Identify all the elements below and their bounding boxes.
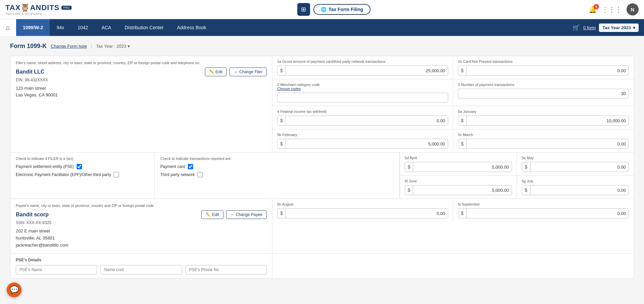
- field-5d-value[interactable]: [413, 163, 511, 172]
- pse-phone-input[interactable]: [185, 265, 267, 274]
- field-5i-value[interactable]: [467, 209, 629, 218]
- grid-square-button[interactable]: ⊞: [297, 3, 310, 16]
- pse-name-cont-input[interactable]: [100, 265, 182, 274]
- nav-label-1042: 1042: [78, 25, 88, 30]
- field-5e-input[interactable]: $: [522, 162, 629, 172]
- field-5a-label: 5a January: [458, 110, 629, 114]
- chat-bubble[interactable]: 💬: [7, 283, 22, 297]
- change-form-link[interactable]: Change Form type: [51, 44, 87, 49]
- filer-addr-line2: Las Vegas, CA 90001: [16, 92, 267, 98]
- nav-label-distribution-center: Distribution Center: [125, 25, 164, 30]
- payment-card-checkbox[interactable]: [188, 164, 193, 169]
- payee-edit-button[interactable]: ✏️ Edit: [201, 210, 223, 219]
- form-header: Form 1099-K Change Form type | Tax Year …: [10, 43, 634, 50]
- field-5e-value[interactable]: [530, 163, 629, 172]
- logo-area: TAX🦉ANDITS PRO Your 1099 & W2 Experts: [5, 3, 79, 15]
- dollar-sign-4: $: [277, 116, 286, 125]
- pencil-icon-payee: ✏️: [206, 212, 211, 217]
- change-filer-button[interactable]: ↔ Change Filer: [229, 68, 267, 76]
- field-5c-input[interactable]: $: [458, 139, 629, 149]
- field-5f-label: 5f June: [405, 179, 512, 183]
- tax-year-selector[interactable]: Tax Year 2023 ▾: [599, 24, 639, 32]
- form-row-pse: PSE's Details: [10, 254, 634, 278]
- header-right: 🔔 5 ⋮⋮⋮ N: [589, 3, 639, 15]
- field-3: 3 Number of payment transactions: [453, 79, 634, 106]
- field-3-value[interactable]: [458, 89, 629, 98]
- field-1a-input[interactable]: $: [277, 66, 448, 76]
- nav-item-address-book[interactable]: Address Book: [170, 19, 213, 36]
- field-1a: 1a Gross amount of payment card/third pa…: [272, 56, 453, 79]
- check-payment-card-item: Payment card: [160, 164, 394, 169]
- field-5h-value[interactable]: [286, 209, 448, 218]
- field-4: 4 Federal income tax withheld $: [272, 106, 453, 129]
- filer-name: Bandit LLC: [16, 69, 44, 75]
- apps-icon: ⋮⋮⋮: [602, 6, 622, 13]
- epf-label-text: Electronic Payment Facilitator (EPF)/Oth…: [16, 172, 111, 177]
- pse-details-label: PSE's Details: [16, 258, 267, 262]
- nav-item-94x[interactable]: 94x: [50, 19, 71, 36]
- home-nav-button[interactable]: ⌂: [0, 19, 16, 36]
- epf-checkbox[interactable]: [114, 172, 119, 177]
- field-5b-value[interactable]: [286, 139, 448, 148]
- nav-item-distribution-center[interactable]: Distribution Center: [118, 19, 170, 36]
- tax-year-form-label[interactable]: Tax Year : 2023 ▾: [96, 44, 130, 49]
- payee-address: 202 E main street huntsville, AL 35801 j…: [16, 228, 267, 249]
- field-5i-label: 5i September: [458, 202, 629, 206]
- payee-ssn: SSN: XXX-XX-8325: [16, 220, 267, 225]
- field-5g-value[interactable]: [530, 186, 629, 195]
- field-2-label: 2 Merchant category code Choose codes: [277, 83, 448, 91]
- nav-label-aca: ACA: [101, 25, 111, 30]
- check-col-filer: Check to indicate if FILER is a (an): Pa…: [10, 153, 155, 199]
- form-count-link[interactable]: 0 form: [583, 25, 596, 30]
- tax-year-text: Tax Year : 2023: [96, 44, 126, 49]
- nav-item-1099w2[interactable]: 1099/W-2: [16, 19, 50, 36]
- field-5i-input[interactable]: $: [458, 208, 629, 218]
- field-2-value[interactable]: [277, 93, 448, 102]
- field-5b: 5b February $: [272, 129, 453, 152]
- field-5d-input[interactable]: $: [405, 162, 512, 172]
- notification-button[interactable]: 🔔 5: [589, 5, 597, 13]
- dollar-sign-5e: $: [522, 162, 530, 172]
- field-5b-label: 5b February: [277, 133, 448, 137]
- field-5b-input[interactable]: $: [277, 139, 448, 149]
- dollar-sign-5g: $: [522, 185, 530, 195]
- fields-column-1: 1a Gross amount of payment card/third pa…: [272, 56, 634, 152]
- change-payee-button[interactable]: ↔ Change Payee: [226, 210, 267, 219]
- swap-icon-payee: ↔: [230, 212, 234, 217]
- dollar-sign-5i: $: [458, 209, 467, 218]
- field-4-value[interactable]: [286, 116, 448, 125]
- field-1a-label: 1a Gross amount of payment card/third pa…: [277, 59, 448, 63]
- field-4-input[interactable]: $: [277, 116, 448, 126]
- field-5c-value[interactable]: [467, 139, 629, 148]
- nav-item-aca[interactable]: ACA: [95, 19, 118, 36]
- pse-checkbox[interactable]: [77, 164, 82, 169]
- filer-edit-button[interactable]: ✏️ Edit: [205, 68, 227, 76]
- pse-name-input[interactable]: [16, 265, 97, 274]
- field-5g-input[interactable]: $: [522, 185, 629, 195]
- field-5e-label: 5e May: [522, 156, 629, 160]
- field-5c-label: 5c March: [458, 133, 629, 137]
- globe-icon: 🌐: [321, 7, 327, 12]
- field-1b-value[interactable]: [467, 66, 629, 75]
- fields-row-5h-5i: 5h August $ 5i September $: [272, 199, 634, 222]
- avatar[interactable]: N: [627, 3, 639, 15]
- apps-grid-button[interactable]: ⋮⋮⋮: [602, 5, 622, 13]
- tax-form-filing-button[interactable]: 🌐 Tax Form Filing: [313, 4, 371, 15]
- third-party-checkbox[interactable]: [198, 172, 203, 177]
- dollar-sign-1a: $: [277, 66, 286, 75]
- chevron-down-icon-form: ▾: [128, 44, 130, 49]
- nav-label-94x: 94x: [56, 25, 64, 30]
- field-5h-input[interactable]: $: [277, 208, 448, 218]
- field-5f-input[interactable]: $: [405, 185, 512, 195]
- field-1b-input[interactable]: $: [458, 66, 629, 76]
- field-5a-value[interactable]: [467, 116, 629, 125]
- payee-address-label: Payee's name, city or town, state or pro…: [16, 204, 267, 208]
- header: TAX🦉ANDITS PRO Your 1099 & W2 Experts ⊞ …: [0, 0, 644, 19]
- payee-email: jackreacher@banditllc.com: [16, 242, 267, 249]
- nav-label-1099w2: 1099/W-2: [23, 25, 43, 30]
- nav-item-1042[interactable]: 1042: [71, 19, 95, 36]
- field-5f-value[interactable]: [413, 186, 511, 195]
- choose-codes-link[interactable]: Choose codes: [277, 87, 301, 91]
- field-5a-input[interactable]: $: [458, 116, 629, 126]
- field-1a-value[interactable]: [286, 66, 448, 75]
